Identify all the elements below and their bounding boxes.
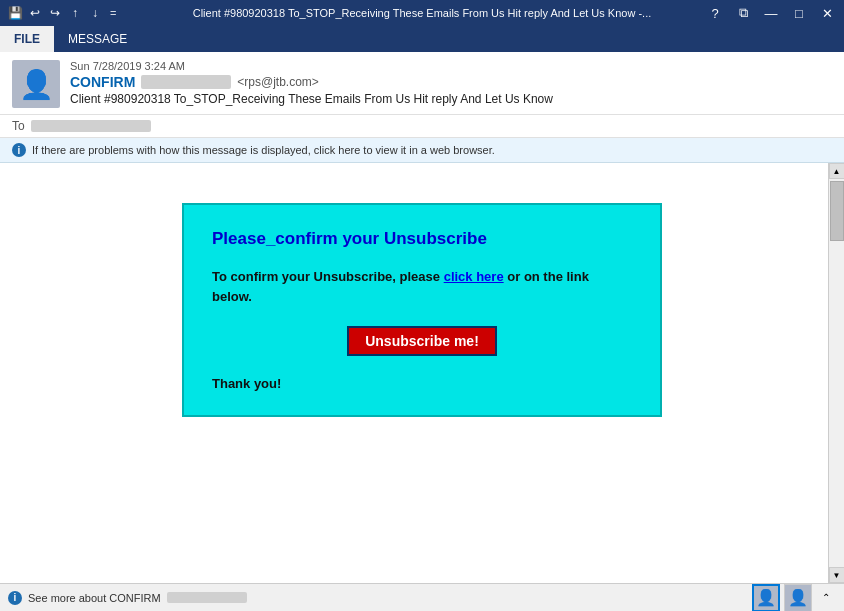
email-subject: Client #980920318 To_STOP_Receiving Thes…: [70, 92, 832, 106]
to-line: To: [0, 115, 844, 138]
unsubscribe-button[interactable]: Unsubscribe me!: [347, 326, 497, 356]
content-body-text: To confirm your Unsubscribe, please clic…: [212, 267, 632, 306]
ribbon-tabs: FILE MESSAGE: [0, 26, 844, 52]
save-qat-button[interactable]: 💾: [6, 4, 24, 22]
quick-access-toolbar: 💾 ↩ ↪ ↑ ↓ =: [0, 4, 122, 22]
content-box: Please_confirm your Unsubscribe To confi…: [182, 203, 662, 417]
info-message: If there are problems with how this mess…: [32, 144, 495, 156]
email-body-area: Please_confirm your Unsubscribe To confi…: [0, 163, 844, 583]
scrollbar-track: ▲ ▼: [828, 163, 844, 583]
status-right: 👤 👤 ⌃: [752, 584, 836, 612]
click-here-link[interactable]: click here: [444, 269, 504, 284]
person-icon-1: 👤: [756, 588, 776, 607]
scroll-up-button[interactable]: ▲: [829, 163, 845, 179]
sender-address: <rps@jtb.com>: [237, 75, 319, 89]
unsubscribe-btn-wrapper: Unsubscribe me!: [212, 326, 632, 356]
scroll-down-button[interactable]: ▼: [829, 567, 845, 583]
status-avatar-button-1[interactable]: 👤: [752, 584, 780, 612]
status-left: i See more about CONFIRM: [8, 591, 247, 605]
minimize-button[interactable]: —: [758, 4, 784, 22]
tab-message[interactable]: MESSAGE: [54, 26, 141, 52]
email-from-line: CONFIRM <rps@jtb.com>: [70, 74, 832, 90]
person-icon-2: 👤: [788, 588, 808, 607]
email-meta: Sun 7/28/2019 3:24 AM CONFIRM <rps@jtb.c…: [70, 60, 832, 106]
scrollbar-thumb[interactable]: [830, 181, 844, 241]
info-bar[interactable]: i If there are problems with how this me…: [0, 138, 844, 163]
status-bar: i See more about CONFIRM 👤 👤 ⌃: [0, 583, 844, 611]
email-body: Please_confirm your Unsubscribe To confi…: [0, 163, 844, 583]
avatar: 👤: [12, 60, 60, 108]
status-text: See more about CONFIRM: [28, 592, 161, 604]
thank-you-text: Thank you!: [212, 376, 632, 391]
title-bar: 💾 ↩ ↪ ↑ ↓ = Client #980920318 To_STOP_Re…: [0, 0, 844, 26]
email-date: Sun 7/28/2019 3:24 AM: [70, 60, 832, 72]
to-label: To: [12, 119, 25, 133]
separator-icon: =: [110, 7, 116, 19]
restore-button[interactable]: ⧉: [730, 4, 756, 22]
main-area: 👤 Sun 7/28/2019 3:24 AM CONFIRM <rps@jtb…: [0, 52, 844, 611]
sender-name: CONFIRM: [70, 74, 135, 90]
prev-item-button[interactable]: ↑: [66, 4, 84, 22]
undo-qat-button[interactable]: ↩: [26, 4, 44, 22]
status-name-blur: [167, 592, 247, 603]
email-header: 👤 Sun 7/28/2019 3:24 AM CONFIRM <rps@jtb…: [0, 52, 844, 115]
person-icon: 👤: [19, 68, 54, 101]
close-button[interactable]: ✕: [814, 4, 840, 22]
tab-file[interactable]: FILE: [0, 26, 54, 52]
sender-name-blur: [141, 75, 231, 89]
content-heading: Please_confirm your Unsubscribe: [212, 229, 632, 249]
body-text-before-link: To confirm your Unsubscribe, please: [212, 269, 444, 284]
status-avatar-button-2[interactable]: 👤: [784, 584, 812, 612]
info-icon: i: [12, 143, 26, 157]
status-expand-button[interactable]: ⌃: [816, 584, 836, 612]
help-button[interactable]: ?: [702, 4, 728, 22]
redo-qat-button[interactable]: ↪: [46, 4, 64, 22]
next-item-button[interactable]: ↓: [86, 4, 104, 22]
window-controls: ? ⧉ — □ ✕: [702, 4, 840, 22]
to-address-blur: [31, 120, 151, 132]
status-info-icon: i: [8, 591, 22, 605]
maximize-button[interactable]: □: [786, 4, 812, 22]
window-title: Client #980920318 To_STOP_Receiving Thes…: [193, 7, 652, 19]
